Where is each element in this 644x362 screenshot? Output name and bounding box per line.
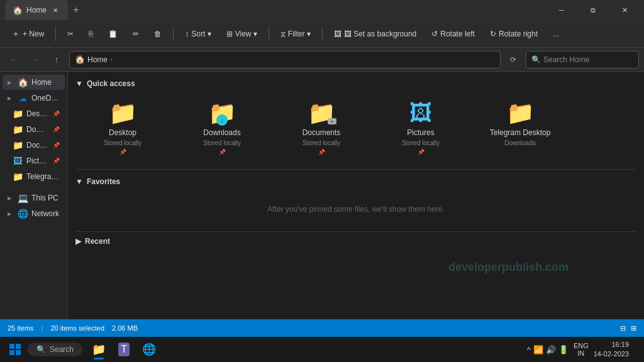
taskbar: 🔍 Search 📁 T 🌐 ^ 📶 🔊 🔋 ENG IN 16:19 14-0… [0, 337, 644, 362]
path-home-label: Home [87, 55, 108, 64]
folder-tile-pictures[interactable]: 🖼 Pictures Stored locally 📌 [374, 94, 468, 162]
paste-button[interactable]: 📋 [102, 26, 124, 41]
forward-button[interactable]: → [26, 51, 44, 69]
item-count: 25 items [8, 324, 34, 332]
rotate-right-icon: ↻ [490, 30, 496, 38]
pictures-folder-pin: 📌 [418, 149, 425, 155]
tab-close-button[interactable]: ✕ [50, 5, 60, 15]
speaker-icon[interactable]: 🔊 [546, 345, 556, 354]
back-button[interactable]: ← [5, 51, 23, 69]
home-tab[interactable]: 🏠 Home ✕ [5, 0, 68, 20]
sidebar-item-desktop[interactable]: 📁 Desktop 📌 [3, 106, 65, 121]
battery-icon[interactable]: 🔋 [558, 345, 569, 354]
sidebar-item-telegram[interactable]: 📁 Telegram Desktop [3, 169, 65, 184]
sidebar-item-documents[interactable]: 📁 Documents 📌 [3, 138, 65, 153]
search-placeholder: Search Home [543, 55, 589, 64]
taskbar-right: ^ 📶 🔊 🔋 ENG IN 16:19 14-02-2023 [527, 340, 639, 359]
home-icon: 🏠 [18, 77, 28, 87]
grid-view-icon[interactable]: ⊞ [631, 324, 636, 332]
sidebar-item-thispc[interactable]: ▶ 💻 This PC [3, 190, 65, 206]
copy-button[interactable]: ⎘ [82, 26, 99, 41]
favorites-header[interactable]: ▼ Favorites [75, 175, 636, 189]
minimize-button[interactable]: ─ [547, 0, 576, 20]
wifi-icon[interactable]: 📶 [533, 345, 543, 354]
downloads-arrow-badge: ↓ [216, 114, 228, 126]
lang-area[interactable]: ENG IN [574, 342, 589, 357]
tab-bar: 🏠 Home ✕ + [5, 0, 84, 20]
taskbar-teams[interactable]: T [113, 338, 135, 361]
rotate-right-button[interactable]: ↻ Rotate right [484, 26, 544, 41]
documents-pin-icon: 📌 [53, 142, 60, 148]
selected-count: 20 items selected [50, 324, 104, 332]
close-button[interactable]: ✕ [610, 0, 639, 20]
folder-tile-downloads[interactable]: 📁 ↓ Downloads Stored locally 📌 [175, 94, 269, 162]
view-label: View ▾ [235, 30, 257, 38]
quick-access-header[interactable]: ▼ Quick access [75, 77, 636, 90]
path-home-icon: 🏠 [75, 55, 85, 64]
more-icon: ... [553, 30, 559, 38]
refresh-icon: ⟳ [510, 55, 516, 64]
more-button[interactable]: ... [547, 26, 565, 41]
pictures-folder-name: Pictures [407, 128, 434, 137]
paste-icon: 📋 [108, 30, 118, 38]
sidebar-item-onedrive[interactable]: ▶ ☁ OneDrive - Persona... [3, 90, 65, 106]
address-bar: ← → ↑ 🏠 Home › ⟳ 🔍 Search Home [0, 48, 644, 72]
sort-label: Sort ▾ [191, 30, 211, 38]
network-icon: 🌐 [18, 209, 28, 219]
set-background-button[interactable]: 🖼 🖼 Set as background [328, 26, 423, 41]
sort-icon: ↕ [185, 30, 189, 38]
recent-header[interactable]: ▶ Recent [75, 234, 636, 248]
telegram-folder-large-icon: 📁 [506, 100, 535, 126]
notification-area[interactable] [634, 347, 639, 352]
main-layout: ▶ 🏠 Home ▶ ☁ OneDrive - Persona... 📁 Des… [0, 72, 644, 344]
folder-tile-documents[interactable]: 📁 ≡ Documents Stored locally 📌 [274, 94, 369, 162]
new-tab-button[interactable]: + [68, 2, 84, 18]
documents-folder-icon-wrap: 📁 ≡ [306, 101, 336, 126]
taskbar-chrome[interactable]: 🌐 [138, 338, 160, 361]
address-path[interactable]: 🏠 Home › [69, 51, 501, 69]
svg-rect-2 [9, 350, 14, 355]
maximize-button[interactable]: ⧉ [579, 0, 608, 20]
tray-chevron[interactable]: ^ [527, 345, 531, 354]
thispc-icon: 💻 [18, 193, 28, 203]
search-box[interactable]: 🔍 Search Home [526, 51, 639, 69]
folder-tile-telegram[interactable]: 📁 Telegram Desktop Downloads [473, 94, 567, 162]
network-chevron: ▶ [8, 211, 14, 217]
favorites-empty-message: After you've pinned some files, we'll sh… [75, 192, 636, 226]
refresh-button[interactable]: ⟳ [504, 51, 522, 69]
telegram-icon: 📁 [13, 172, 23, 182]
sidebar-item-pictures[interactable]: 🖼 Pictures 📌 [3, 153, 65, 168]
favorites-section: ▼ Favorites After you've pinned some fil… [75, 169, 636, 226]
cut-button[interactable]: ✂ [61, 26, 80, 41]
start-button[interactable] [5, 339, 25, 359]
sort-button[interactable]: ↕ Sort ▾ [179, 26, 217, 41]
desktop-folder-large-icon: 📁 [109, 100, 137, 126]
taskbar-file-explorer[interactable]: 📁 [87, 338, 110, 361]
sidebar-item-home[interactable]: ▶ 🏠 Home [3, 75, 65, 90]
windows-logo [9, 343, 21, 356]
rename-icon: ✏ [133, 30, 139, 38]
delete-button[interactable]: 🗑 [148, 26, 168, 41]
svg-rect-1 [16, 344, 21, 349]
list-view-icon[interactable]: ⊟ [620, 324, 626, 332]
documents-doc-badge: ≡ [328, 118, 336, 124]
sidebar-item-network[interactable]: ▶ 🌐 Network [3, 206, 65, 221]
clock-time: 16:19 [611, 340, 629, 349]
clock-area[interactable]: 16:19 14-02-2023 [594, 340, 629, 359]
rename-button[interactable]: ✏ [126, 26, 145, 41]
view-button[interactable]: ⊞ View ▾ [220, 26, 264, 41]
network-label: Network [31, 209, 59, 218]
taskbar-search-box[interactable]: 🔍 Search [28, 343, 82, 356]
rotate-right-label: Rotate right [499, 30, 538, 38]
toolbar-separator-4 [322, 26, 323, 41]
file-size: 2.06 MB [112, 324, 138, 332]
folder-tile-desktop[interactable]: 📁 Desktop Stored locally 📌 [75, 94, 170, 162]
quick-access-grid: 📁 Desktop Stored locally 📌 📁 ↓ Downloads… [75, 94, 636, 162]
filter-button[interactable]: ⧖ Filter ▾ [274, 26, 317, 41]
rotate-left-button[interactable]: ↺ Rotate left [425, 26, 481, 41]
up-button[interactable]: ↑ [48, 51, 65, 69]
new-button[interactable]: ＋ + New [5, 25, 50, 43]
documents-folder-sub: Stored locally [303, 140, 340, 146]
desktop-folder-sub: Stored locally [104, 140, 142, 146]
sidebar-item-downloads[interactable]: 📁 Downloads 📌 [3, 122, 65, 137]
